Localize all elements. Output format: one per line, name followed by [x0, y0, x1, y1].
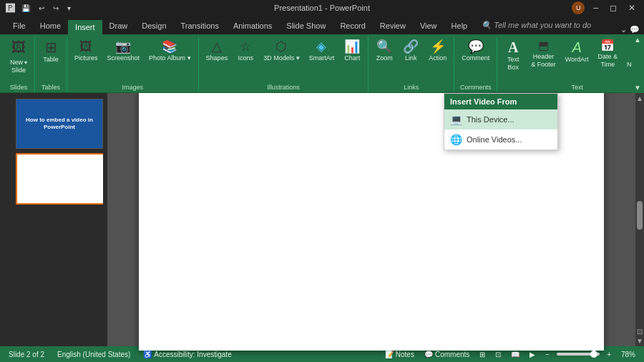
zoom-out-button[interactable]: − — [542, 350, 552, 359]
slide-2-thumb[interactable] — [16, 153, 103, 205]
slide-1-thumb[interactable]: How to embed a video in PowerPoint — [16, 99, 103, 149]
accessibility-label: Accessibility: Investigate — [154, 351, 231, 358]
screenshot-label: Screenshot — [107, 54, 140, 62]
language-label: English (United States) — [57, 351, 130, 358]
screenshot-button[interactable]: 📷 Screenshot — [103, 37, 145, 65]
comments-status-button[interactable]: 💬 Comments — [421, 350, 472, 359]
notes-label: Notes — [396, 351, 414, 358]
reading-view-button[interactable]: 📖 — [508, 350, 522, 359]
table-button[interactable]: ⊞ Table — [38, 37, 64, 67]
online-videos-item[interactable]: 🌐 Online Videos... — [444, 129, 557, 150]
normal-view-button[interactable]: ⊞ — [477, 350, 488, 359]
pictures-button[interactable]: 🖼 Pictures — [70, 37, 102, 65]
tab-design[interactable]: Design — [135, 19, 173, 34]
new-slide-top[interactable]: 🖼 — [7, 37, 30, 58]
zoom-button[interactable]: 🔍 Zoom — [371, 37, 397, 65]
tab-draw[interactable]: Draw — [102, 19, 135, 34]
comments-button[interactable]: 💬 — [630, 25, 640, 34]
qat-redo[interactable]: ↪ — [51, 4, 61, 13]
minimize-button[interactable]: – — [590, 3, 601, 13]
ribbon-group-slides: 🖼 New ▾ Slide Slides — [3, 37, 35, 92]
table-icon: ⊞ — [45, 40, 57, 54]
zoom-thumb[interactable] — [590, 351, 597, 358]
photo-album-label: Photo Album ▾ — [149, 54, 191, 62]
comment-icon: 💬 — [468, 40, 484, 53]
ribbon-group-tables: ⊞ Table Tables — [35, 37, 67, 92]
this-device-item[interactable]: 💻 This Device... — [444, 109, 557, 129]
tab-slideshow[interactable]: Slide Show — [279, 19, 333, 34]
accessibility-button[interactable]: ♿ Accessibility: Investigate — [140, 350, 234, 359]
tab-home[interactable]: Home — [33, 19, 68, 34]
screenshot-icon: 📷 — [115, 40, 131, 53]
ribbon-scroll-down[interactable]: ▼ — [631, 82, 644, 93]
slide-sorter-button[interactable]: ⊡ — [492, 350, 504, 359]
tab-review[interactable]: Review — [373, 19, 413, 34]
scroll-up-arrow[interactable]: ▲ — [636, 94, 643, 102]
action-label: Action — [429, 54, 447, 62]
accessibility-icon: ♿ — [143, 351, 152, 358]
wordart-button[interactable]: A WordArt — [561, 37, 593, 67]
shapes-button[interactable]: △ Shapes — [202, 37, 233, 65]
zoom-slider[interactable] — [557, 353, 600, 356]
comment-button[interactable]: 💬 Comment — [457, 37, 494, 65]
tab-transitions[interactable]: Transitions — [174, 19, 226, 34]
text-box-button[interactable]: A TextBox — [500, 37, 526, 74]
qat-customize[interactable]: ▾ — [65, 4, 73, 13]
scroll-down-arrow[interactable]: ▼ — [636, 337, 643, 345]
comments-group-label: Comments — [457, 82, 494, 92]
zoom-in-button[interactable]: + — [604, 350, 614, 359]
images-group-label: Images — [70, 82, 195, 92]
date-time-icon: 📅 — [600, 40, 615, 52]
illustrations-group-label: Illustrations — [202, 82, 366, 92]
new-slide-arrow[interactable]: New ▾ — [6, 58, 31, 67]
chart-button[interactable]: 📊 Chart — [339, 37, 365, 65]
tab-record[interactable]: Record — [333, 19, 372, 34]
this-device-label: This Device... — [467, 115, 514, 124]
tab-search[interactable]: 🔍 Tell me what you want to do — [474, 18, 598, 34]
notes-button[interactable]: 📝 Notes — [382, 350, 417, 359]
chart-label: Chart — [344, 54, 360, 62]
date-time-button[interactable]: 📅 Date &Time — [594, 37, 623, 72]
ribbon-scroll-up[interactable]: ▲ — [631, 34, 644, 45]
qat-save[interactable]: 💾 — [19, 4, 32, 13]
3d-models-button[interactable]: ⬡ 3D Models ▾ — [259, 37, 304, 65]
ribbon-group-links: 🔍 Zoom 🔗 Link ⚡ Action Links — [369, 37, 454, 92]
fit-slide-button[interactable]: ⊡ — [637, 328, 643, 336]
zoom-label: Zoom — [376, 54, 393, 62]
close-button[interactable]: ✕ — [625, 3, 638, 13]
tab-view[interactable]: View — [413, 19, 444, 34]
header-footer-button[interactable]: ⬒ Header& Footer — [527, 37, 560, 72]
zoom-level[interactable]: 78% — [618, 350, 638, 359]
tab-help[interactable]: Help — [444, 19, 475, 34]
photo-album-button[interactable]: 📚 Photo Album ▾ — [145, 37, 195, 65]
icons-label: Icons — [238, 54, 253, 62]
scroll-thumb[interactable] — [637, 201, 643, 230]
illustrations-items: △ Shapes ☆ Icons ⬡ 3D Models ▾ ◈ SmartAr… — [202, 37, 366, 82]
links-group-label: Links — [371, 82, 451, 92]
restore-button[interactable]: ◻ — [607, 3, 620, 13]
icons-icon: ☆ — [240, 40, 251, 53]
tab-file[interactable]: File — [6, 19, 33, 34]
action-button[interactable]: ⚡ Action — [424, 37, 451, 65]
slideshow-button[interactable]: ▶ — [527, 350, 538, 359]
ribbon-collapse-button[interactable]: ⌄ — [620, 25, 627, 34]
slide-1-preview: How to embed a video in PowerPoint — [16, 99, 102, 148]
comments-status-icon: 💬 — [424, 351, 433, 358]
window-title: Presentation1 - PowerPoint — [274, 4, 370, 12]
icons-button[interactable]: ☆ Icons — [233, 37, 258, 65]
tab-insert[interactable]: Insert — [68, 20, 102, 34]
comment-label: Comment — [462, 54, 489, 62]
tables-items: ⊞ Table — [38, 37, 64, 82]
ribbon-tabs: File Home Insert Draw Design Transitions… — [0, 16, 644, 34]
smartart-button[interactable]: ◈ SmartArt — [305, 37, 339, 65]
language-button[interactable]: English (United States) — [54, 350, 133, 359]
titlebar-left: 🅿 💾 ↩ ↪ ▾ — [6, 3, 73, 14]
link-button[interactable]: 🔗 Link — [398, 37, 424, 65]
right-scrollbar: ▲ ⊡ ▼ — [635, 93, 644, 346]
ribbon-group-illustrations: △ Shapes ☆ Icons ⬡ 3D Models ▾ ◈ SmartAr… — [199, 37, 369, 92]
link-icon: 🔗 — [403, 40, 419, 53]
tab-animations[interactable]: Animations — [226, 19, 279, 34]
user-avatar[interactable]: U — [572, 1, 585, 14]
qat-undo[interactable]: ↩ — [36, 4, 47, 13]
new-slide-button[interactable]: 🖼 New ▾ Slide — [6, 37, 31, 75]
